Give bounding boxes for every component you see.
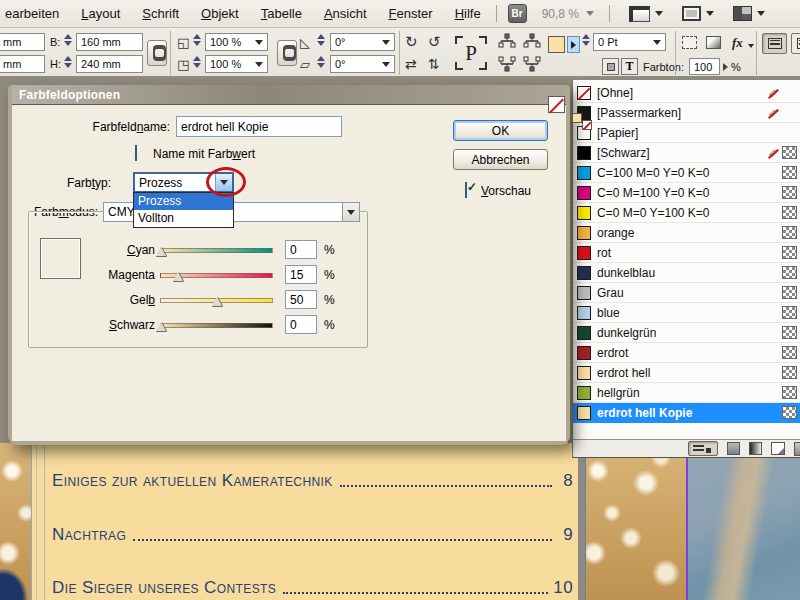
no-text-wrap-button[interactable] (762, 33, 787, 54)
slider-value-cyan[interactable] (285, 240, 317, 259)
dropdown-option-vollton[interactable]: Vollton (134, 210, 233, 227)
select-next-object-button[interactable] (523, 56, 541, 76)
cancel-button[interactable]: Abbrechen (453, 149, 548, 170)
menu-schrift[interactable]: Schrift (142, 6, 179, 21)
height-stepper[interactable] (62, 56, 73, 68)
screen-mode-button[interactable] (682, 6, 714, 21)
swatch-row[interactable]: hellgrün (573, 383, 800, 403)
width-field[interactable]: 160 mm (76, 33, 143, 51)
tint-field[interactable]: 100 (689, 58, 720, 75)
guide-line[interactable] (36, 443, 37, 600)
swatch-row[interactable]: erdrot hell (573, 363, 800, 383)
slider-handle[interactable] (156, 247, 166, 256)
stroke-color-swatch[interactable] (548, 96, 565, 113)
shear-stepper[interactable] (315, 56, 326, 68)
slider-handle[interactable] (156, 322, 166, 331)
menu-earbeiten[interactable]: earbeiten (5, 6, 59, 21)
slider-handle[interactable] (173, 272, 183, 281)
drop-shadow-button[interactable] (706, 36, 721, 49)
rotate-ccw-button[interactable]: ↺ (428, 34, 441, 49)
shear-combo[interactable]: 0° (330, 55, 395, 73)
select-content-button[interactable] (498, 56, 516, 76)
scale-x-combo[interactable]: 100 % (205, 33, 268, 51)
name-with-value-checkbox[interactable] (135, 145, 137, 161)
swatch-row[interactable]: [Schwarz] (573, 143, 800, 163)
tint-slider-arrow-icon[interactable] (723, 63, 728, 71)
swatch-row[interactable]: rot (573, 243, 800, 263)
combo-arrow-button[interactable] (342, 203, 359, 221)
swatch-row[interactable]: C=0 M=0 Y=100 K=0 (573, 203, 800, 223)
apply-color-arrow-button[interactable] (567, 36, 580, 53)
menu-tabelle[interactable]: Tabelle (261, 6, 302, 21)
stroke-weight-stepper[interactable] (580, 34, 591, 46)
show-all-swatches-button[interactable] (688, 441, 718, 456)
menu-layout[interactable]: Layout (81, 6, 120, 21)
swatch-row[interactable]: [Papier] (573, 123, 800, 143)
reference-y-field[interactable]: mm (0, 55, 45, 73)
swatch-row[interactable]: C=100 M=0 Y=0 K=0 (573, 163, 800, 183)
new-swatch-button[interactable] (771, 442, 785, 455)
show-gradient-swatches-button[interactable] (749, 442, 762, 455)
slider-track-cyan[interactable] (160, 248, 273, 253)
reference-x-field[interactable]: mm (0, 33, 45, 51)
scale-x-stepper[interactable] (191, 34, 202, 46)
stroke-weight-combo[interactable]: 0 Pt (593, 33, 666, 51)
show-color-swatches-button[interactable] (727, 442, 740, 455)
slider-handle[interactable] (212, 297, 222, 306)
width-stepper[interactable] (62, 34, 73, 46)
constrain-dimensions-button[interactable] (147, 40, 167, 66)
guide-line[interactable] (44, 443, 45, 600)
select-previous-object-button[interactable] (523, 33, 541, 53)
formatting-affects-text-button[interactable]: T (621, 58, 638, 75)
swatch-row[interactable]: C=0 M=100 Y=0 K=0 (573, 183, 800, 203)
flip-horizontal-button[interactable]: ⇄ (405, 57, 417, 71)
menu-fenster[interactable]: Fenster (389, 6, 433, 21)
swatch-row[interactable]: [Ohne] (573, 83, 800, 103)
reference-point-proxy[interactable]: P (452, 34, 490, 72)
slider-value-schwarz[interactable] (285, 315, 317, 334)
document-canvas[interactable]: Einiges zur aktuellen Kameratechnik8Nach… (0, 443, 800, 600)
selection-marquee-icon[interactable] (682, 36, 697, 49)
constrain-scale-button[interactable] (277, 40, 297, 66)
menu-ansicht[interactable]: Ansicht (324, 6, 367, 21)
rotation-combo[interactable]: 0° (330, 33, 395, 51)
height-field[interactable]: 240 mm (76, 55, 143, 73)
dialog-title-bar[interactable]: Farbfeldoptionen (12, 85, 566, 105)
menu-objekt[interactable]: Objekt (201, 6, 239, 21)
flip-vertical-button[interactable]: ⇅ (428, 57, 440, 71)
fill-color-swatch[interactable] (548, 36, 565, 53)
swatch-row[interactable]: Grau (573, 283, 800, 303)
slider-value-magenta[interactable] (285, 265, 317, 284)
formatting-affects-container-button[interactable] (602, 58, 619, 75)
swatch-row[interactable]: erdrot hell Kopie (573, 403, 800, 423)
slider-track-gelb[interactable] (160, 298, 273, 303)
slider-value-gelb[interactable] (285, 290, 317, 309)
swatch-row[interactable]: blue (573, 303, 800, 323)
menu-hilfe[interactable]: Hilfe (455, 6, 481, 21)
swatch-color-chip (577, 406, 591, 420)
preview-checkbox[interactable] (465, 182, 467, 198)
effects-button[interactable]: fx (732, 35, 743, 51)
slider-track-schwarz[interactable] (160, 323, 273, 328)
rotate-cw-button[interactable]: ↻ (405, 34, 418, 49)
swatch-row[interactable]: erdrot (573, 343, 800, 363)
text-wrap-button[interactable] (791, 33, 800, 54)
scale-y-stepper[interactable] (191, 56, 202, 68)
swatch-row[interactable]: dunkelblau (573, 263, 800, 283)
swatch-row[interactable]: [Passermarken] (573, 103, 800, 123)
view-options-button[interactable] (629, 6, 663, 22)
arrange-documents-button[interactable] (733, 6, 765, 21)
swatch-row[interactable]: orange (573, 223, 800, 243)
zoom-level-control[interactable]: 90,8 % (542, 7, 594, 21)
ok-button[interactable]: OK (453, 120, 548, 141)
swatch-name-input[interactable] (176, 116, 342, 137)
scale-y-combo[interactable]: 100 % (205, 55, 268, 73)
guide-line[interactable] (31, 443, 32, 600)
delete-swatch-button[interactable] (794, 442, 800, 456)
slider-track-magenta[interactable] (160, 273, 273, 278)
bridge-button[interactable]: Br (508, 4, 527, 23)
swatch-row[interactable]: dunkelgrün (573, 323, 800, 343)
select-container-button[interactable] (498, 33, 516, 53)
fill-stroke-proxy[interactable] (572, 113, 592, 130)
rotation-stepper[interactable] (315, 34, 326, 46)
